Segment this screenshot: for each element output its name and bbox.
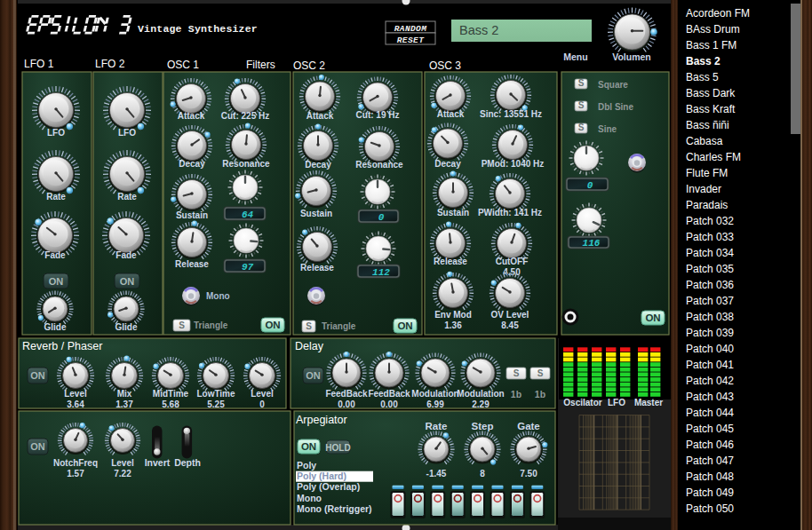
- svg-text:Depth: Depth: [174, 457, 201, 468]
- svg-text:Resonance: Resonance: [355, 160, 403, 170]
- svg-text:LFO 1: LFO 1: [24, 58, 54, 70]
- svg-text:Bass 1 FM: Bass 1 FM: [686, 39, 736, 51]
- svg-text:LFO: LFO: [47, 128, 65, 138]
- svg-text:Patch 037: Patch 037: [686, 295, 734, 307]
- svg-text:Patch 046: Patch 046: [686, 439, 734, 451]
- svg-text:Decay: Decay: [179, 159, 205, 169]
- svg-text:Paradais: Paradais: [686, 199, 728, 211]
- svg-text:Level: Level: [251, 389, 274, 399]
- svg-text:Gate: Gate: [517, 421, 540, 431]
- svg-text:0: 0: [587, 180, 593, 191]
- svg-text:LFO 2: LFO 2: [95, 58, 125, 70]
- svg-text:CutOFF: CutOFF: [496, 257, 529, 266]
- svg-text:5.25: 5.25: [207, 399, 225, 409]
- svg-text:BAss Drum: BAss Drum: [686, 23, 740, 36]
- svg-text:Sine: Sine: [598, 124, 617, 134]
- svg-text:Sinc: 13551 Hz: Sinc: 13551 Hz: [480, 109, 542, 119]
- svg-text:LowTime: LowTime: [196, 389, 235, 399]
- svg-text:Patch 048: Patch 048: [686, 471, 734, 483]
- svg-text:S: S: [179, 320, 185, 330]
- svg-text:Cut: 225 Hz: Cut: 225 Hz: [221, 111, 269, 121]
- svg-text:Modulation: Modulation: [411, 389, 458, 399]
- svg-text:4.50: 4.50: [503, 267, 521, 277]
- svg-text:1.57: 1.57: [67, 469, 84, 479]
- svg-text:Attack: Attack: [437, 109, 465, 119]
- svg-text:LFO: LFO: [118, 128, 136, 138]
- svg-text:S: S: [513, 368, 520, 378]
- svg-text:Acordeon FM: Acordeon FM: [686, 7, 750, 20]
- svg-text:Glide: Glide: [115, 322, 137, 332]
- svg-text:ON: ON: [397, 320, 412, 331]
- svg-text:Patch 049: Patch 049: [686, 486, 734, 499]
- svg-text:Charles FM: Charles FM: [686, 151, 741, 163]
- svg-text:OV Level: OV Level: [491, 310, 529, 320]
- svg-text:3.64: 3.64: [67, 399, 84, 409]
- svg-text:Triangle: Triangle: [322, 321, 356, 331]
- svg-text:-1.45: -1.45: [426, 469, 447, 479]
- svg-text:Bass Kraft: Bass Kraft: [686, 103, 736, 115]
- svg-text:Rate: Rate: [426, 421, 448, 431]
- svg-text:Rate: Rate: [46, 192, 66, 202]
- svg-text:1.36: 1.36: [444, 320, 462, 330]
- svg-text:ON: ON: [49, 276, 64, 287]
- svg-text:Mix: Mix: [117, 389, 132, 399]
- svg-text:Patch 036: Patch 036: [686, 279, 734, 291]
- svg-text:OSC 2: OSC 2: [293, 59, 325, 72]
- svg-text:1.37: 1.37: [115, 399, 133, 409]
- svg-text:8: 8: [480, 469, 485, 479]
- svg-text:Release: Release: [175, 259, 209, 269]
- svg-text:Cabasa: Cabasa: [686, 135, 723, 147]
- svg-text:Bass ñiñi: Bass ñiñi: [686, 119, 729, 131]
- svg-text:Flute FM: Flute FM: [686, 167, 728, 179]
- svg-text:0: 0: [259, 399, 265, 409]
- svg-text:Vintage Synthesizer: Vintage Synthesizer: [138, 23, 258, 35]
- svg-text:Attack: Attack: [306, 111, 334, 121]
- svg-text:ON: ON: [265, 320, 280, 330]
- svg-text:Level: Level: [111, 458, 134, 468]
- svg-text:Sustain: Sustain: [176, 210, 208, 220]
- svg-text:Patch 032: Patch 032: [686, 215, 734, 227]
- svg-text:Oscilator: Oscilator: [563, 398, 601, 407]
- svg-text:Patch 038: Patch 038: [686, 311, 734, 323]
- svg-text:Poly (Overlap): Poly (Overlap): [297, 481, 360, 492]
- svg-text:Sustain: Sustain: [300, 209, 332, 218]
- svg-text:Env Mod: Env Mod: [434, 310, 472, 320]
- svg-text:Attack: Attack: [178, 111, 205, 121]
- svg-text:Master: Master: [634, 398, 663, 407]
- svg-text:Patch 033: Patch 033: [686, 231, 734, 243]
- svg-text:S: S: [537, 368, 544, 378]
- svg-text:Patch 035: Patch 035: [686, 263, 734, 275]
- svg-text:1b: 1b: [535, 389, 545, 399]
- svg-text:Patch 047: Patch 047: [686, 455, 734, 467]
- svg-text:Square: Square: [598, 80, 628, 90]
- svg-text:MidTime: MidTime: [153, 389, 189, 399]
- svg-text:Invader: Invader: [686, 183, 721, 195]
- svg-text:Bass 2: Bass 2: [459, 23, 498, 37]
- svg-text:S: S: [578, 100, 585, 110]
- svg-text:S: S: [578, 78, 585, 88]
- svg-text:Volumen: Volumen: [612, 51, 651, 62]
- svg-text:RANDOM: RANDOM: [394, 24, 427, 34]
- svg-text:PWidth: 141 Hz: PWidth: 141 Hz: [478, 208, 542, 218]
- svg-text:116: 116: [583, 238, 601, 249]
- svg-text:Dbl Sine: Dbl Sine: [598, 102, 633, 112]
- svg-text:2.29: 2.29: [472, 399, 490, 409]
- svg-text:Modulation: Modulation: [457, 389, 504, 399]
- svg-text:Patch 039: Patch 039: [686, 327, 734, 339]
- svg-text:97: 97: [242, 262, 254, 273]
- svg-text:Release: Release: [300, 263, 334, 273]
- svg-text:6.99: 6.99: [426, 399, 444, 409]
- svg-text:0: 0: [378, 212, 385, 223]
- svg-text:OSC 3: OSC 3: [429, 59, 461, 72]
- svg-text:FeedBack: FeedBack: [368, 389, 410, 399]
- svg-text:Filters: Filters: [246, 59, 275, 71]
- svg-text:RESET: RESET: [397, 36, 425, 45]
- svg-text:Poly: Poly: [297, 460, 316, 471]
- svg-text:Reverb / Phaser: Reverb / Phaser: [22, 340, 102, 352]
- svg-text:Mono: Mono: [206, 291, 230, 301]
- svg-text:LFO: LFO: [608, 398, 625, 407]
- svg-text:ON: ON: [120, 276, 135, 287]
- svg-text:Resonance: Resonance: [222, 159, 270, 169]
- svg-text:Arpegiator: Arpegiator: [296, 414, 347, 426]
- svg-text:ON: ON: [30, 441, 45, 452]
